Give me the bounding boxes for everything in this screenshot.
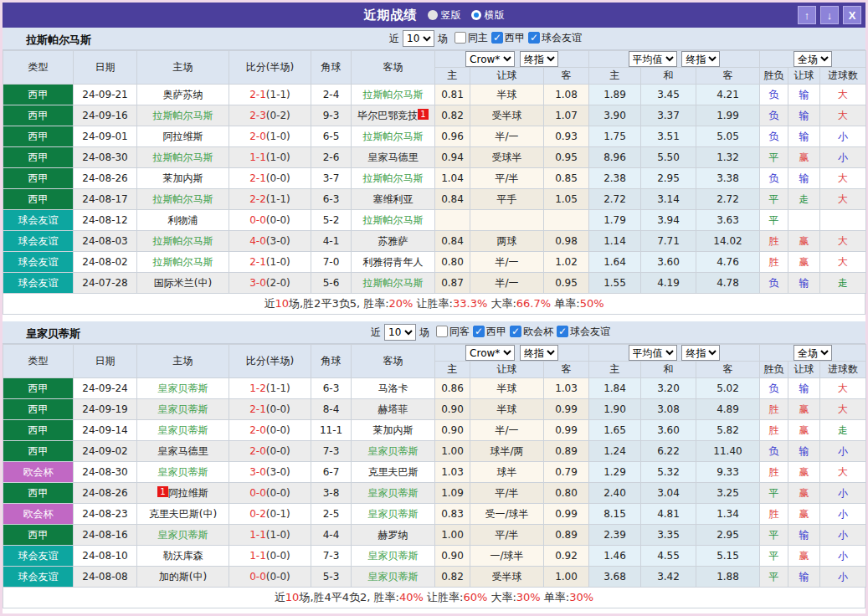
odds-away: 0.93 (544, 126, 589, 147)
corner-score: 11-1 (311, 420, 352, 441)
filter-checkbox[interactable]: 西甲 (491, 31, 525, 45)
result-handicap: 输 (788, 105, 820, 126)
result-outcome: 平 (760, 189, 788, 210)
home-team: 皇家贝蒂斯 (137, 462, 229, 483)
match-type-badge: 西甲 (3, 126, 74, 147)
odds-home: 0.84 (435, 231, 470, 252)
summary-text: 40% (399, 591, 424, 603)
checkbox-label: 同主 (468, 31, 488, 45)
team-label: 皇家贝蒂斯 (368, 445, 419, 457)
team-label: 马洛卡 (378, 382, 408, 394)
filter-checkbox[interactable]: 西甲 (473, 325, 506, 339)
result-goals: 小 (820, 147, 866, 168)
fulltime-score: 2-0 (249, 445, 266, 457)
move-up-button[interactable]: ↑ (798, 6, 816, 24)
corner-score: 5-3 (311, 567, 352, 588)
vertical-layout-radio[interactable]: 竖版 (428, 8, 461, 23)
match-type-badge: 西甲 (3, 525, 74, 546)
bookmaker-select[interactable]: Crow* (465, 51, 515, 67)
summary-text: 10 (285, 591, 300, 603)
horizontal-layout-radio[interactable]: 横版 (471, 8, 505, 23)
avg-away: 4.78 (696, 273, 760, 294)
avg-home: 2.40 (589, 483, 641, 504)
result-goals: 大 (820, 85, 866, 105)
fulltime-score: 0-0 (249, 214, 266, 226)
avg-draw: 4.55 (641, 546, 696, 567)
result-handicap: 输 (788, 85, 820, 105)
match-type-badge: 西甲 (3, 378, 74, 399)
filter-checkbox[interactable]: 同客 (436, 325, 470, 339)
full-match-select[interactable]: 全场 (794, 345, 832, 361)
col-odds-away: 客 (544, 362, 589, 378)
odds-away: 0.99 (544, 399, 589, 420)
avg-away: 3.63 (696, 210, 760, 231)
average-select[interactable]: 平均值 (629, 345, 677, 361)
bookmaker-select[interactable]: Crow* (465, 345, 515, 361)
move-down-button[interactable]: ↓ (820, 6, 839, 24)
team-label: 皇家贝蒂斯 (368, 571, 419, 583)
halftime-score: (1-1) (266, 382, 290, 394)
match-date: 24-09-16 (74, 105, 137, 126)
col-odds-handicap: 让球 (470, 362, 544, 378)
team-label: 皇家贝蒂斯 (158, 424, 208, 436)
corner-score: 2-4 (311, 85, 352, 105)
filter-checkbox[interactable]: 欧会杯 (510, 325, 553, 339)
col-odds-away: 客 (544, 68, 589, 85)
avg-away: 9.33 (696, 462, 760, 483)
col-result: 胜负 (760, 68, 788, 85)
radio-unselected-icon[interactable] (428, 10, 438, 20)
filter-checkbox[interactable]: 球会友谊 (557, 325, 610, 339)
odds-away: 1.08 (544, 85, 589, 105)
avg-draw: 5.50 (641, 147, 696, 168)
fulltime-score: 2-1 (249, 256, 266, 268)
full-match-select[interactable]: 全场 (794, 51, 832, 67)
result-outcome: 平 (760, 210, 788, 231)
avg-draw: 3.08 (641, 399, 696, 420)
filter-checkbox[interactable]: 同主 (455, 31, 488, 45)
avg-home: 2.39 (589, 525, 641, 546)
final-odds-select-2[interactable]: 终指 (681, 51, 720, 67)
summary-text: 30% (516, 591, 541, 603)
result-outcome: 平 (760, 567, 788, 588)
average-select[interactable]: 平均值 (629, 51, 677, 67)
close-button[interactable]: X (843, 6, 861, 24)
games-count-select[interactable]: 10 (384, 324, 416, 341)
corner-score: 5-6 (311, 273, 352, 294)
col-result-goals: 进球数 (820, 68, 866, 85)
radio-selected-icon[interactable] (471, 10, 481, 20)
avg-away: 4.89 (696, 399, 760, 420)
games-count-select[interactable]: 10 (403, 30, 434, 47)
odds-home: 0.82 (435, 567, 470, 588)
match-row: 球会友谊24-08-02拉斯帕尔马斯2-1(1-0)7-0利雅得青年人0.80半… (3, 252, 866, 273)
filter-checkboxes: 同客西甲欧会杯球会友谊 (433, 325, 610, 341)
halftime-score: (0-0) (266, 214, 290, 226)
red-card-badge: 1 (157, 486, 167, 497)
match-score: 2-1(0-0) (229, 168, 311, 189)
odds-handicap: 两球 (470, 231, 544, 252)
odds-away: 0.89 (544, 525, 589, 546)
result-goals: 大 (820, 462, 866, 483)
final-odds-select[interactable]: 终指 (520, 345, 558, 361)
final-odds-select[interactable]: 终指 (520, 51, 558, 67)
final-odds-select-2[interactable]: 终指 (681, 345, 720, 361)
col-avg-draw: 和 (641, 68, 696, 85)
match-date: 24-09-21 (74, 85, 137, 105)
summary-text: 大率: (487, 591, 516, 603)
odds-away: 1.05 (544, 189, 589, 210)
corner-score: 6-3 (311, 189, 352, 210)
col-odds-home: 主 (435, 68, 470, 85)
avg-home: 1.14 (589, 231, 641, 252)
home-team: 皇家马德里 (137, 441, 229, 462)
avg-away: 1.32 (696, 147, 760, 168)
filter-checkbox[interactable]: 球会友谊 (528, 31, 582, 45)
odds-handicap: 半球 (470, 85, 544, 105)
result-goals: 小 (820, 525, 866, 546)
avg-draw: 3.35 (641, 525, 696, 546)
away-team: 拉斯帕尔马斯 (352, 210, 435, 231)
result-outcome: 负 (760, 378, 788, 399)
match-type-badge: 西甲 (3, 105, 74, 126)
matches-table: 类型 日期 主场 比分(半场) 角球 客场 Crow* 终指 平均值 终指 全场 (3, 344, 866, 588)
away-team: 塞维利亚 (352, 189, 435, 210)
avg-home: 2.38 (589, 168, 641, 189)
col-date: 日期 (74, 51, 137, 85)
